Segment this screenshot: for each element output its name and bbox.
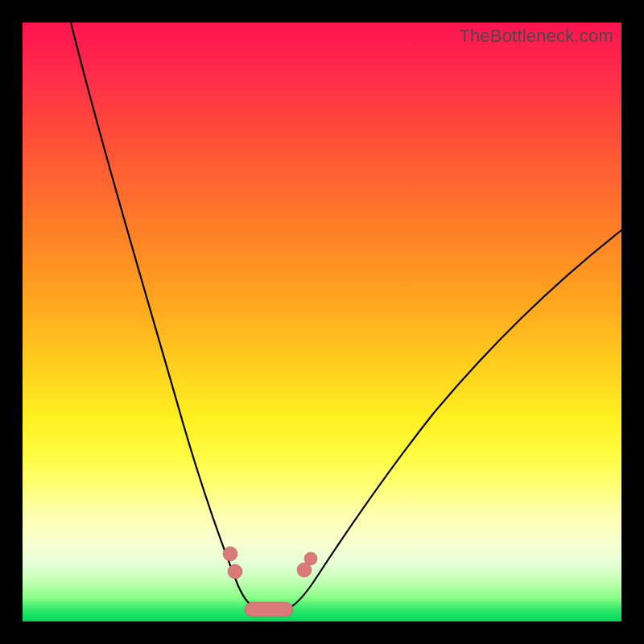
marker-dot xyxy=(223,547,237,561)
chart-svg xyxy=(23,23,621,621)
chart-frame: TheBottleneck.com xyxy=(23,23,621,621)
right-branch-path xyxy=(287,230,621,609)
marker-dot xyxy=(304,552,317,565)
marker-bar xyxy=(245,602,293,617)
marker-dot xyxy=(228,564,242,579)
left-branch-path xyxy=(71,23,258,609)
curve-group xyxy=(71,23,621,611)
